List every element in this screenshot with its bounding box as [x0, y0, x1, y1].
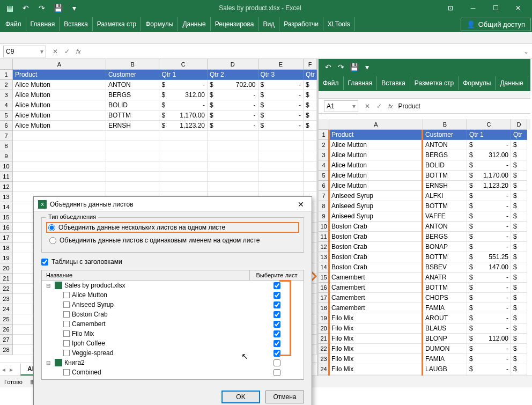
tab-formulas[interactable]: Формулы — [459, 76, 496, 90]
table-header-cell[interactable]: Customer — [423, 130, 467, 140]
cell[interactable]: BOTTM — [423, 201, 467, 211]
cell[interactable]: Alice Mutton — [329, 171, 423, 181]
cell[interactable]: $ — [511, 273, 527, 283]
row-hdr[interactable]: 2 — [319, 140, 329, 150]
tab-xltools[interactable]: XLTools — [323, 17, 355, 31]
cell[interactable]: Boston Crab — [329, 242, 423, 252]
col-hdr[interactable]: A — [329, 119, 423, 130]
share-button[interactable]: 👤 Общий доступ — [461, 18, 531, 31]
cell[interactable]: BLAUS — [423, 323, 467, 334]
cell[interactable]: Aniseed Syrup — [329, 211, 423, 222]
cell[interactable]: ANATR — [423, 273, 467, 283]
cell[interactable]: $- — [467, 211, 511, 222]
cell[interactable]: $1,170.00 — [159, 111, 208, 121]
cell[interactable]: $- — [258, 100, 304, 111]
row-hdr[interactable]: 27 — [0, 335, 13, 345]
cell[interactable]: Alice Mutton — [13, 90, 106, 100]
cell[interactable]: Alice Mutton — [329, 140, 423, 150]
row-hdr[interactable]: 6 — [0, 121, 13, 131]
cell[interactable] — [258, 151, 304, 161]
cell[interactable]: VAFFE — [423, 211, 467, 222]
cell[interactable] — [106, 172, 160, 182]
cell[interactable] — [159, 172, 208, 182]
sheet-name[interactable]: Ipoh Coffee — [72, 340, 105, 347]
col-hdr[interactable]: F — [304, 59, 317, 70]
cell[interactable]: BERGS — [423, 150, 467, 160]
cell[interactable]: OLDWO — [423, 374, 467, 375]
cell[interactable]: $ — [511, 344, 527, 354]
cell[interactable]: $- — [467, 323, 511, 334]
cell[interactable]: Filo Mix — [329, 334, 423, 344]
cell[interactable] — [304, 182, 317, 192]
row-hdr[interactable]: 24 — [319, 364, 329, 374]
cell[interactable]: $- — [208, 111, 258, 121]
cell[interactable]: Alice Mutton — [329, 181, 423, 191]
cell[interactable] — [208, 141, 258, 151]
col-hdr[interactable]: B — [423, 119, 467, 130]
close-icon[interactable]: ✕ — [507, 0, 529, 16]
cell[interactable]: $1,123.20 — [467, 181, 511, 191]
row-hdr[interactable]: 15 — [319, 273, 329, 283]
cell[interactable]: $- — [467, 160, 511, 171]
cell[interactable]: $ — [511, 262, 527, 273]
cell[interactable]: $ — [304, 100, 317, 111]
cell[interactable] — [13, 182, 106, 192]
cell[interactable]: FAMIA — [423, 354, 467, 364]
fx-icon[interactable]: fx — [385, 103, 396, 109]
cell[interactable]: $- — [467, 374, 511, 375]
cell[interactable]: $- — [467, 344, 511, 354]
maximize-icon[interactable]: ☐ — [485, 0, 506, 16]
cell[interactable]: Camembert — [329, 283, 423, 293]
qat-redo-icon[interactable]: ↷ — [35, 2, 48, 14]
sheet-nav-prev-icon[interactable]: ◂ — [0, 366, 8, 373]
cell[interactable]: $- — [159, 100, 208, 111]
formula-input-right[interactable] — [396, 100, 528, 112]
cell[interactable] — [258, 182, 304, 192]
cell[interactable]: Alice Mutton — [13, 121, 106, 131]
row-hdr[interactable]: 10 — [319, 222, 329, 232]
cell[interactable]: $- — [208, 100, 258, 111]
row-hdr[interactable]: 3 — [319, 150, 329, 160]
cell[interactable]: $ — [511, 313, 527, 323]
sheet-name[interactable]: Camembert — [72, 320, 106, 328]
cell[interactable]: $- — [258, 111, 304, 121]
sheet-name[interactable]: Alice Mutton — [72, 291, 107, 299]
cancel-button[interactable]: Отмена — [265, 391, 304, 403]
cell[interactable] — [208, 131, 258, 141]
cell[interactable]: BSBEV — [423, 262, 467, 273]
tab-insert[interactable]: Вставка — [377, 76, 410, 90]
row-hdr[interactable]: 15 — [0, 212, 13, 223]
cell[interactable]: AROUT — [423, 313, 467, 323]
tab-formulas[interactable]: Формулы — [141, 17, 178, 31]
tab-home[interactable]: Главная — [26, 17, 60, 31]
row-hdr[interactable]: 23 — [319, 354, 329, 364]
row-hdr[interactable]: 18 — [0, 243, 13, 253]
cell[interactable]: $- — [159, 80, 208, 90]
cell[interactable]: $ — [511, 364, 527, 374]
cell[interactable]: $ — [511, 283, 527, 293]
row-hdr[interactable]: 21 — [319, 334, 329, 344]
cell[interactable]: BOTTM — [423, 283, 467, 293]
qat-dropdown-icon[interactable]: ▾ — [68, 2, 80, 14]
cell[interactable] — [106, 141, 160, 151]
tab-review[interactable]: Рецензирова — [211, 17, 259, 31]
row-hdr[interactable]: 4 — [319, 160, 329, 171]
cell[interactable]: $- — [208, 121, 258, 131]
workbook-name[interactable]: Книга2 — [64, 359, 85, 366]
col-hdr[interactable]: C — [467, 119, 511, 130]
cell[interactable]: ANTON — [106, 80, 160, 90]
col-hdr[interactable]: D — [511, 119, 527, 130]
cell[interactable]: ANTON — [423, 222, 467, 232]
row-hdr[interactable]: 26 — [0, 325, 13, 335]
row-hdr[interactable]: 8 — [319, 201, 329, 211]
row-hdr[interactable]: 9 — [0, 151, 13, 161]
row-hdr[interactable]: 2 — [0, 80, 13, 90]
ok-button[interactable]: OK — [221, 391, 260, 403]
cell[interactable]: $- — [467, 364, 511, 374]
cell[interactable]: Aniseed Syrup — [329, 201, 423, 211]
table-header-cell[interactable]: Qtr 1 — [467, 130, 511, 140]
cell[interactable]: Camembert — [329, 273, 423, 283]
cell[interactable] — [304, 151, 317, 161]
tab-layout[interactable]: Разметка стр — [410, 76, 459, 90]
cell[interactable]: $702.00 — [208, 80, 258, 90]
